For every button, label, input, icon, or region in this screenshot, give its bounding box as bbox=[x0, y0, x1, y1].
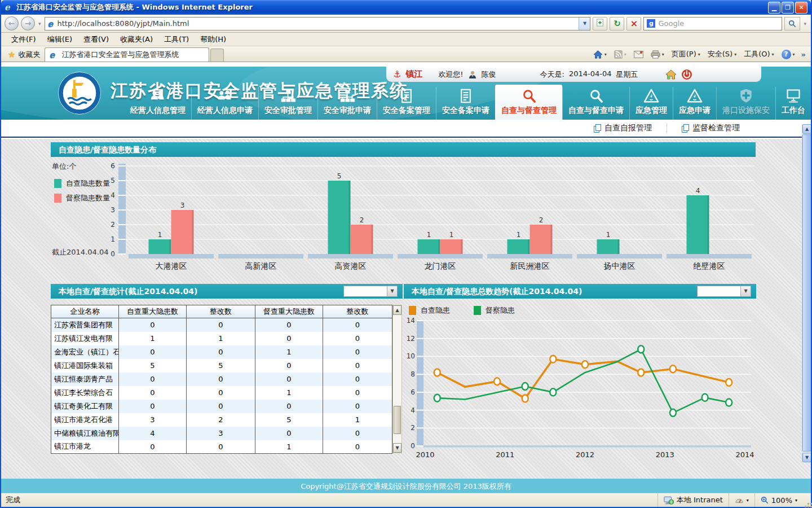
table-row[interactable]: 镇江市港龙石化港3251 bbox=[51, 413, 392, 427]
home-button[interactable]: ▾ bbox=[590, 47, 610, 61]
scroll-up-button[interactable]: ▲ bbox=[802, 124, 811, 134]
scroll-up-button[interactable]: ▲ bbox=[393, 305, 401, 315]
home-shortcut-button[interactable] bbox=[665, 69, 677, 80]
table-row[interactable]: 镇江港国际集装箱5500 bbox=[51, 359, 392, 373]
new-tab-button[interactable] bbox=[210, 49, 224, 62]
svg-text:14: 14 bbox=[407, 317, 415, 325]
trend-filter-dropdown[interactable]: ▼ bbox=[697, 286, 751, 297]
compatibility-view-button[interactable] bbox=[593, 17, 607, 30]
table-row[interactable]: 金海宏业（镇江）石0010 bbox=[51, 345, 392, 359]
line-chart-panel: 本地自查/督查隐患总数趋势(截止2014.04.04) ▼ 自查隐患 督察隐患 … bbox=[404, 284, 756, 462]
svg-text:1: 1 bbox=[427, 231, 431, 239]
zoom-control[interactable]: 100% ▾ bbox=[754, 493, 803, 507]
table-row[interactable]: 镇江恒泰沥青产品0000 bbox=[51, 373, 392, 386]
nav-item-emergency-management[interactable]: 应急管理 bbox=[629, 87, 673, 120]
page-scrollbar[interactable]: ▲ ▼ bbox=[802, 124, 811, 462]
nav-item-self-inspection-supervision-application[interactable]: 自查与督查申请 bbox=[562, 87, 629, 120]
menu-view[interactable]: 查看(V) bbox=[78, 33, 114, 46]
nav-item-self-inspection-supervision-management[interactable]: 自查与督查管理 bbox=[495, 85, 562, 120]
submenu-item-supervision-check-management[interactable]: 监督检查管理 bbox=[667, 123, 754, 133]
submenu-item-self-report-management[interactable]: 自查自报管理 bbox=[579, 123, 667, 133]
magnifier-icon bbox=[588, 89, 604, 103]
user-name: 陈俊 bbox=[482, 69, 496, 80]
menu-file[interactable]: 文件(F) bbox=[6, 33, 42, 46]
svg-text:4: 4 bbox=[111, 191, 115, 199]
nav-item-safety-filing-application[interactable]: 安全备案申请 bbox=[436, 87, 495, 120]
resize-grip[interactable] bbox=[803, 493, 811, 507]
tools-menu[interactable]: 工具(O)▾ bbox=[741, 47, 776, 61]
toolbar-overflow-button[interactable]: » bbox=[800, 50, 807, 59]
nav-item-safety-approval-management[interactable]: 安全审批管理 bbox=[258, 87, 317, 120]
search-button[interactable] bbox=[784, 17, 800, 30]
svg-text:4: 4 bbox=[411, 406, 415, 414]
svg-text:大港港区: 大港港区 bbox=[156, 261, 187, 270]
nav-item-safety-approval-application[interactable]: 安全审批申请 bbox=[317, 87, 377, 120]
read-mail-button[interactable] bbox=[631, 47, 646, 61]
logout-button[interactable] bbox=[681, 69, 692, 80]
date-line: 今天是: 2014-04-04 星期五 bbox=[540, 69, 638, 80]
forward-button[interactable]: → bbox=[21, 16, 35, 30]
safety-menu[interactable]: 安全(S)▾ bbox=[705, 47, 739, 61]
feeds-button[interactable]: ▾ bbox=[611, 47, 629, 61]
table-scrollbar[interactable]: ▲ ▼ bbox=[392, 305, 402, 453]
svg-text:2011: 2011 bbox=[496, 450, 514, 459]
scroll-down-button[interactable]: ▼ bbox=[802, 453, 811, 462]
scroll-down-button[interactable]: ▼ bbox=[393, 443, 401, 453]
warning-triangle-icon bbox=[687, 89, 703, 103]
nav-item-emergency-application[interactable]: 应急申请 bbox=[673, 87, 716, 120]
menu-tools[interactable]: 工具(T) bbox=[158, 33, 195, 46]
close-button[interactable]: ✕ bbox=[795, 2, 807, 14]
minimize-button[interactable]: ▁ bbox=[768, 2, 780, 14]
svg-text:3: 3 bbox=[111, 206, 115, 214]
table-row[interactable]: 镇江李长荣综合石0010 bbox=[51, 386, 392, 400]
scrollbar-thumb[interactable] bbox=[394, 406, 401, 434]
tab-current[interactable]: e 江苏省港口安全监管与应急管理系统 bbox=[45, 47, 209, 62]
svg-text:5: 5 bbox=[111, 177, 115, 185]
document-copy-icon bbox=[682, 124, 689, 132]
menu-help[interactable]: 帮助(H) bbox=[195, 33, 232, 46]
table-row[interactable]: 镇江市港龙0010 bbox=[51, 440, 392, 454]
table-row[interactable]: 镇江奇美化工有限0000 bbox=[51, 400, 392, 413]
search-input[interactable]: g Google bbox=[643, 17, 782, 30]
nav-item-safety-filing-management[interactable]: 安全备案管理 bbox=[377, 87, 436, 120]
google-logo-icon: g bbox=[647, 19, 655, 28]
address-input[interactable]: e http://localhost:8080/yjpt/Main.html ▼ bbox=[45, 17, 591, 30]
chevron-down-icon: ▼ bbox=[387, 286, 397, 296]
port-logo-icon bbox=[58, 71, 102, 115]
recent-pages-dropdown[interactable]: ▾ bbox=[37, 21, 42, 27]
stats-filter-dropdown[interactable]: ▼ bbox=[343, 286, 398, 297]
nav-item-port-facility-security[interactable]: 港口设施保安 bbox=[716, 87, 775, 120]
nav-item-operator-info-management[interactable]: 经营人信息管理 bbox=[125, 87, 191, 120]
svg-text:0: 0 bbox=[411, 442, 415, 450]
menu-favorites[interactable]: 收藏夹(A) bbox=[114, 33, 158, 46]
page-menu[interactable]: 页面(P)▾ bbox=[669, 47, 703, 61]
refresh-button[interactable]: ↻ bbox=[610, 17, 624, 30]
back-button[interactable]: ← bbox=[5, 16, 19, 30]
orgchart-icon bbox=[280, 89, 296, 103]
menu-bar: 文件(F) 编辑(E) 查看(V) 收藏夹(A) 工具(T) 帮助(H) bbox=[1, 33, 811, 46]
search-options-dropdown[interactable]: ▾ bbox=[802, 21, 807, 27]
stop-button[interactable]: × bbox=[626, 17, 641, 30]
svg-text:3: 3 bbox=[180, 202, 185, 209]
site-header: 江苏省港口安全监管与应急管理系统 ⚓ 镇江 欢迎您! 陈俊 今天是: 2014-… bbox=[1, 67, 811, 120]
address-dropdown-button[interactable]: ▼ bbox=[579, 17, 590, 30]
menu-edit[interactable]: 编辑(E) bbox=[42, 33, 78, 46]
favorites-button[interactable]: ★ 收藏夹 bbox=[3, 48, 45, 62]
table-header-row: 企业名称自查重大隐患数整改数督查重大隐患数整改数 bbox=[51, 305, 392, 318]
table-row[interactable]: 中储粮镇江粮油有限4300 bbox=[51, 427, 392, 440]
title-bar: e 江苏省港口安全监管与应急管理系统 - Windows Internet Ex… bbox=[1, 0, 811, 15]
scrollbar-thumb[interactable] bbox=[802, 134, 811, 452]
maximize-button[interactable]: ❐ bbox=[782, 2, 794, 14]
table-row[interactable]: 江苏索普集团有限0000 bbox=[51, 318, 392, 332]
print-button[interactable]: ▾ bbox=[648, 47, 667, 61]
table-row[interactable]: 江苏镇江发电有限1100 bbox=[51, 332, 392, 345]
nav-item-operator-info-application[interactable]: 经营人信息申请 bbox=[191, 87, 258, 120]
protected-mode-button[interactable]: ▾ bbox=[729, 493, 754, 507]
help-button[interactable]: ?▾ bbox=[779, 47, 798, 61]
magnifier-icon bbox=[521, 89, 537, 103]
nav-item-workbench[interactable]: 工作台 bbox=[775, 87, 811, 120]
svg-text:1: 1 bbox=[517, 231, 521, 239]
monitor-icon bbox=[785, 89, 801, 103]
sub-menu: 自查自报管理 监督检查管理 bbox=[1, 120, 811, 138]
search-placeholder: Google bbox=[658, 19, 684, 28]
